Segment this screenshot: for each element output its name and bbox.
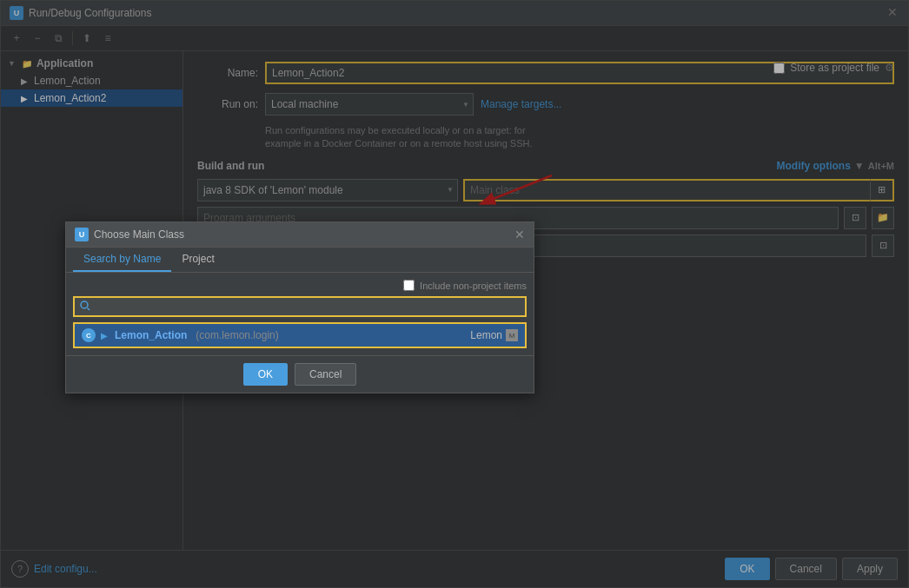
- tab-search-by-name[interactable]: Search by Name: [73, 248, 171, 272]
- class-icon: C: [82, 328, 96, 342]
- modal-ok-button[interactable]: OK: [243, 363, 288, 386]
- result-class-name: Lemon_Action: [115, 329, 187, 341]
- search-box-container: [73, 296, 527, 317]
- choose-main-class-dialog: U Choose Main Class ✕ Search by Name Pro…: [65, 221, 534, 393]
- search-input[interactable]: [94, 301, 520, 313]
- modal-title-left: U Choose Main Class: [75, 228, 184, 241]
- include-non-project-checkbox[interactable]: [403, 280, 415, 291]
- run-indicator: ▶: [101, 331, 108, 340]
- include-non-project-label: Include non-project items: [420, 281, 527, 291]
- results-list: C ▶ Lemon_Action (com.lemon.login) Lemon…: [73, 322, 527, 348]
- modal-footer: OK Cancel: [66, 355, 534, 393]
- module-icon: M: [506, 329, 518, 341]
- modal-tabs: Search by Name Project: [66, 248, 534, 273]
- result-module: Lemon M: [470, 329, 518, 341]
- svg-line-3: [88, 308, 90, 311]
- modal-title-bar: U Choose Main Class ✕: [66, 222, 534, 248]
- modal-body: Include non-project items C ▶ Lemon_Acti…: [66, 273, 534, 355]
- modal-cancel-button[interactable]: Cancel: [295, 363, 356, 386]
- include-non-project-row: Include non-project items: [73, 280, 527, 291]
- search-icon: [80, 301, 90, 313]
- modal-title: Choose Main Class: [94, 228, 184, 241]
- modal-close-button[interactable]: ✕: [514, 228, 525, 241]
- tab-project[interactable]: Project: [171, 248, 224, 272]
- svg-point-2: [81, 301, 88, 308]
- result-package: (com.lemon.login): [196, 329, 278, 341]
- modal-app-icon: U: [75, 228, 89, 241]
- result-item-lemon-action[interactable]: C ▶ Lemon_Action (com.lemon.login) Lemon…: [75, 324, 525, 347]
